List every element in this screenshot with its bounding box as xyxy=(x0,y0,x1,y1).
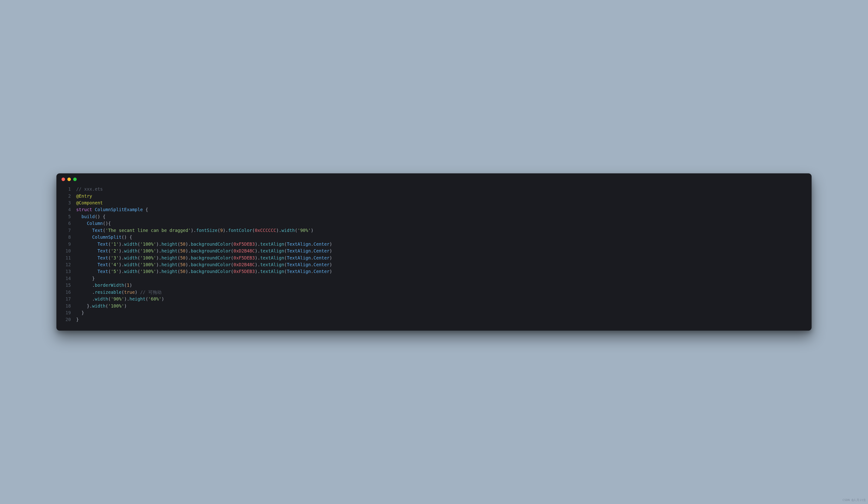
token-pn: ). xyxy=(156,255,162,260)
token-pn xyxy=(76,221,87,226)
code-content: Column(){ xyxy=(76,220,806,227)
token-num: 9 xyxy=(220,228,223,233)
token-mth: textAlign xyxy=(260,248,284,253)
token-str: '4' xyxy=(111,262,118,267)
token-pn: } xyxy=(76,317,79,322)
code-line: 17 .width('90%').height('60%') xyxy=(61,296,806,302)
token-pn: . xyxy=(76,283,95,288)
token-str: '60%' xyxy=(148,296,162,301)
token-mth: borderWidth xyxy=(95,283,124,288)
token-fn: Text xyxy=(97,255,108,260)
code-line: 16 .resizeable(true) // 可拖动 xyxy=(61,289,806,296)
code-line: 8 ColumnSplit() { xyxy=(61,234,806,241)
code-line: 14 } xyxy=(61,275,806,282)
line-number: 8 xyxy=(61,234,71,241)
token-pn xyxy=(76,248,98,253)
code-area: 1// xxx.ets2@Entry3@Component4struct Col… xyxy=(56,182,812,331)
token-fn: ColumnSplitExample xyxy=(95,207,143,212)
line-number: 5 xyxy=(61,213,71,220)
token-str: '100%' xyxy=(108,303,124,309)
code-line: 7 Text('The secant line can be dragged')… xyxy=(61,227,806,234)
token-fn: TextAlign xyxy=(287,255,311,260)
token-pn xyxy=(76,234,92,240)
token-mth: width xyxy=(95,296,108,301)
token-pn: ) xyxy=(162,296,164,301)
code-line: 19 } xyxy=(61,310,806,316)
token-pn: . xyxy=(76,296,95,301)
token-mth: backgroundColor xyxy=(191,248,231,253)
token-mth: fontColor xyxy=(228,228,252,233)
token-pn: ( xyxy=(106,303,108,309)
token-pn: ) xyxy=(330,269,332,274)
titlebar xyxy=(56,173,812,182)
token-pn: ( xyxy=(252,228,255,233)
token-pn: ( xyxy=(295,228,297,233)
token-pn: ). xyxy=(191,228,196,233)
token-pn: ) xyxy=(330,242,332,246)
token-mth: backgroundColor xyxy=(191,242,231,246)
code-line: 3@Component xyxy=(61,200,806,206)
token-pn: ( xyxy=(103,228,105,233)
token-pn: . xyxy=(311,248,313,253)
token-hex: 0xCCCCCC xyxy=(255,228,276,233)
token-pn: ( xyxy=(108,242,111,246)
token-pn: ( xyxy=(145,296,148,301)
token-pn xyxy=(92,207,95,212)
token-pn: ( xyxy=(108,262,111,267)
token-hex: 0xD2B48C xyxy=(234,262,255,267)
code-line: 5 build() { xyxy=(61,213,806,220)
code-line: 4struct ColumnSplitExample { xyxy=(61,206,806,213)
token-cm: // xxx.ets xyxy=(76,187,103,192)
token-pn: ) xyxy=(330,262,332,267)
code-content: build() { xyxy=(76,213,806,220)
token-dec: @Entry xyxy=(76,193,92,199)
token-mth: textAlign xyxy=(260,262,284,267)
minimize-icon[interactable] xyxy=(68,178,71,181)
token-fn: TextAlign xyxy=(287,269,311,274)
code-content: @Component xyxy=(76,200,806,206)
token-pn: ( xyxy=(177,248,180,253)
line-number: 3 xyxy=(61,200,71,206)
token-pn: ). xyxy=(276,228,281,233)
line-number: 19 xyxy=(61,310,71,316)
token-pn: ) xyxy=(330,248,332,253)
code-line: 1// xxx.ets xyxy=(61,186,806,192)
close-icon[interactable] xyxy=(62,178,65,181)
line-number: 17 xyxy=(61,296,71,302)
line-number: 15 xyxy=(61,282,71,289)
line-number: 2 xyxy=(61,193,71,200)
token-pn: ( xyxy=(122,290,124,295)
code-content: } xyxy=(76,316,806,323)
token-num: 50 xyxy=(180,255,186,260)
code-content: } xyxy=(76,310,806,316)
token-mth: width xyxy=(124,262,137,267)
token-pn: ( xyxy=(177,242,180,246)
token-fn: Column xyxy=(87,221,103,226)
token-pn: ). xyxy=(124,296,130,301)
code-content: } xyxy=(76,275,806,282)
token-fn: Text xyxy=(97,248,108,253)
token-mth: fontSize xyxy=(196,228,217,233)
token-pn: ( xyxy=(217,228,220,233)
token-pn: ) xyxy=(311,228,313,233)
token-pn: . xyxy=(76,290,95,295)
token-pn: . xyxy=(311,242,313,246)
token-pn: ( xyxy=(284,262,287,267)
token-fn: Text xyxy=(97,262,108,267)
token-mth: height xyxy=(162,242,178,246)
token-pn: ). xyxy=(255,269,260,274)
token-pn: ( xyxy=(108,255,111,260)
token-pn: ). xyxy=(186,262,191,267)
token-pn xyxy=(76,214,82,219)
token-bool: true xyxy=(124,290,135,295)
token-pn: ( xyxy=(284,242,287,246)
code-content: .resizeable(true) // 可拖动 xyxy=(76,289,806,296)
token-pn: ). xyxy=(255,242,260,246)
token-pn: ( xyxy=(177,262,180,267)
code-window: 1// xxx.ets2@Entry3@Component4struct Col… xyxy=(56,173,812,331)
token-pn: ). xyxy=(156,248,162,253)
zoom-icon[interactable] xyxy=(73,178,77,181)
token-num: 50 xyxy=(180,242,186,246)
token-pn: ( xyxy=(137,242,140,246)
token-pn: ( xyxy=(108,296,111,301)
